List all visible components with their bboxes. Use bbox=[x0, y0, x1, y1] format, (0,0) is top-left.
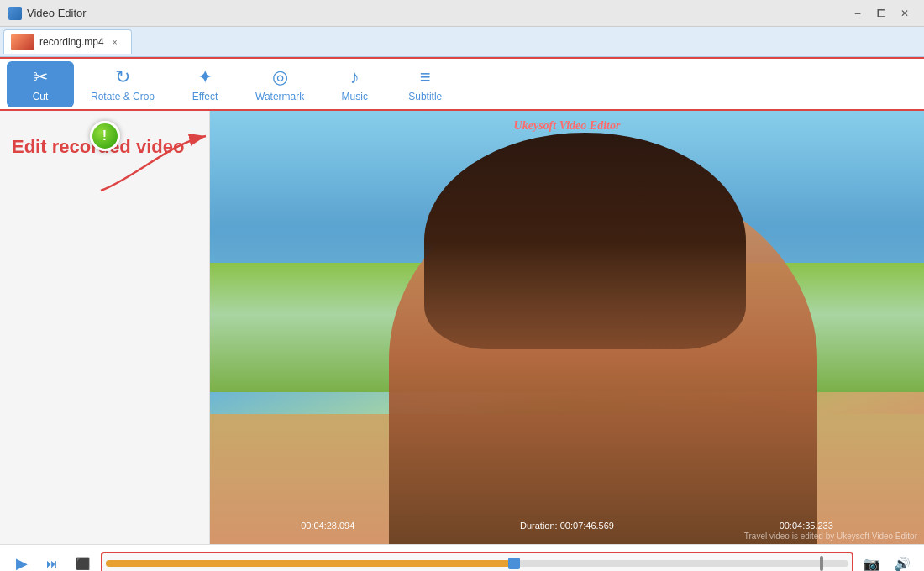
video-duration: Duration: 00:07:46.569 bbox=[446, 521, 689, 531]
timeline-end-marker bbox=[820, 556, 823, 571]
watermark-button[interactable]: ◎ Watermark bbox=[242, 61, 318, 107]
main-area: Edit recorded video ! Ukeysoft Video Edi… bbox=[0, 111, 924, 544]
video-timestamp-left: 00:04:28.094 bbox=[210, 521, 446, 531]
status-indicator: ! bbox=[90, 121, 120, 151]
file-tab[interactable]: recording.mp4 × bbox=[3, 29, 132, 54]
restore-button[interactable]: ⧠ bbox=[870, 4, 892, 23]
cut-icon: ✂ bbox=[33, 66, 48, 88]
video-area[interactable]: Ukeysoft Video Editor 00:04:28.094 Durat… bbox=[210, 111, 924, 544]
video-timestamp-right: 00:04:35.233 bbox=[689, 521, 925, 531]
timeline-track[interactable] bbox=[106, 560, 848, 567]
volume-button[interactable]: 🔊 bbox=[890, 552, 914, 571]
bottom-controls: ▶ ⏭ ⬛ 📷 🔊 ⊣ ⊢ Start: ▲ ▼ End: bbox=[0, 544, 924, 571]
effect-icon: ✦ bbox=[197, 66, 213, 88]
close-button[interactable]: ✕ bbox=[894, 4, 916, 23]
subtitle-label: Subtitle bbox=[408, 91, 442, 102]
minimize-button[interactable]: – bbox=[847, 4, 869, 23]
timeline-container[interactable] bbox=[101, 552, 853, 571]
step-button[interactable]: ⏭ bbox=[40, 552, 64, 571]
rotate-crop-button[interactable]: ↻ Rotate & Crop bbox=[77, 61, 168, 107]
watermark-icon: ◎ bbox=[272, 66, 288, 88]
music-icon: ♪ bbox=[350, 66, 360, 88]
music-label: Music bbox=[342, 91, 368, 102]
timeline-filled bbox=[106, 560, 514, 567]
window-title: Video Editor bbox=[27, 7, 87, 19]
title-bar-controls: – ⧠ ✕ bbox=[847, 4, 916, 23]
effect-button[interactable]: ✦ Effect bbox=[171, 61, 239, 107]
cut-label: Cut bbox=[33, 91, 49, 102]
cut-button[interactable]: ✂ Cut bbox=[7, 61, 74, 107]
tab-filename: recording.mp4 bbox=[39, 36, 104, 48]
screenshot-button[interactable]: 📷 bbox=[860, 552, 884, 571]
hair-layer bbox=[424, 133, 746, 349]
subtitle-button[interactable]: ≡ Subtitle bbox=[391, 61, 459, 107]
toolbar: ✂ Cut ↻ Rotate & Crop ✦ Effect ◎ Waterma… bbox=[0, 57, 924, 111]
title-bar: Video Editor – ⧠ ✕ bbox=[0, 0, 924, 27]
video-frame bbox=[210, 111, 924, 544]
rotate-icon: ↻ bbox=[115, 66, 130, 88]
rotate-label: Rotate & Crop bbox=[91, 91, 155, 102]
app-icon bbox=[8, 7, 22, 20]
tab-bar: recording.mp4 × bbox=[0, 27, 924, 57]
video-watermark: Ukeysoft Video Editor bbox=[210, 119, 924, 133]
cut-mark-button[interactable]: ⬛ bbox=[71, 552, 94, 571]
music-button[interactable]: ♪ Music bbox=[321, 61, 388, 107]
left-panel: Edit recorded video ! bbox=[0, 111, 210, 544]
title-bar-left: Video Editor bbox=[8, 7, 87, 20]
tab-thumbnail bbox=[11, 34, 34, 50]
tab-close-button[interactable]: × bbox=[109, 36, 121, 48]
timeline-thumb[interactable] bbox=[508, 558, 520, 569]
effect-label: Effect bbox=[192, 91, 218, 102]
playback-row: ▶ ⏭ ⬛ 📷 🔊 bbox=[10, 552, 914, 571]
play-button[interactable]: ▶ bbox=[10, 552, 34, 571]
video-bottom-text: Travel video is edited by Ukeysoft Video… bbox=[744, 532, 917, 541]
subtitle-icon: ≡ bbox=[420, 66, 431, 88]
watermark-label: Watermark bbox=[255, 91, 304, 102]
